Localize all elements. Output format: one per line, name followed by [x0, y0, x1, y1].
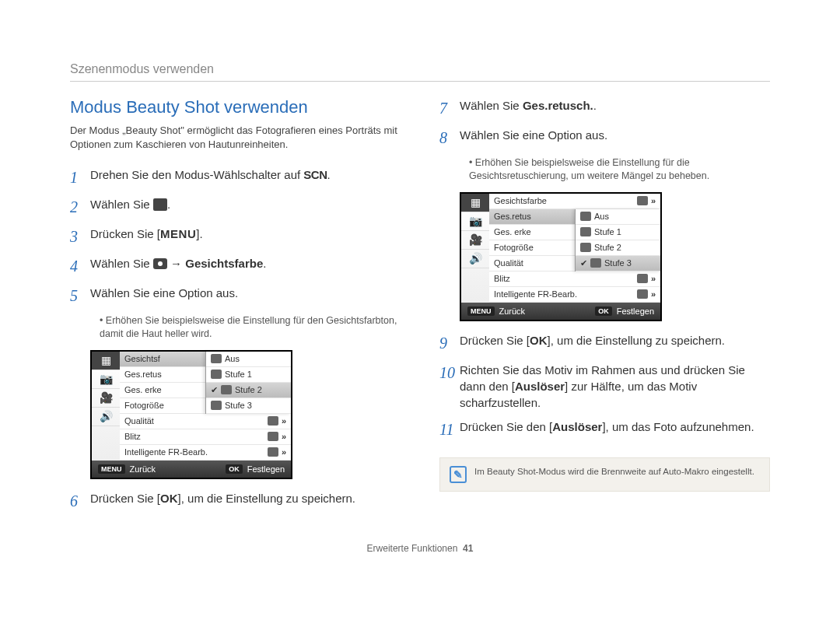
step-number-1: 1: [70, 166, 90, 188]
menu-row: Blitz»: [489, 271, 660, 287]
menu-key-back-icon: MENU: [98, 464, 125, 474]
section-heading: Modus Beauty Shot verwenden: [70, 97, 401, 117]
menu-key-back-icon: MENU: [467, 306, 495, 316]
step-2-text: Wählen Sie .: [90, 196, 401, 218]
step-11-text: Drücken Sie den [Auslöser], um das Foto …: [460, 419, 770, 440]
camera-icon: [153, 258, 167, 269]
menu-footer-back: Zurück: [130, 464, 156, 474]
menu-footer-set: Festlegen: [617, 306, 654, 316]
step-3-text: Drücken Sie [MENU].: [90, 226, 401, 247]
step-10-text: Richten Sie das Motiv im Rahmen aus und …: [460, 362, 770, 411]
beauty-mode-icon: [153, 198, 167, 211]
popup-row: Stufe 3: [206, 398, 291, 414]
menu-footer-set: Festlegen: [247, 464, 285, 474]
page-footer: Erweiterte Funktionen 41: [70, 543, 770, 554]
step-8-text: Wählen Sie eine Option aus.: [460, 127, 770, 149]
menu-tab-sound-icon: 🔊: [461, 250, 489, 268]
step-number-6: 6: [70, 490, 90, 512]
step-1-text: Drehen Sie den Modus-Wählschalter auf SC…: [90, 166, 401, 188]
step-number-9: 9: [439, 332, 460, 354]
menu-row: Intelligente FR-Bearb.»: [489, 287, 660, 303]
popup-row: Aus: [576, 209, 660, 225]
menu-tab-video-icon: 🎥: [92, 389, 120, 408]
step-number-4: 4: [70, 255, 90, 277]
menu-tab-camera-icon: 📷: [92, 370, 120, 389]
step-number-8: 8: [439, 127, 460, 149]
menu-tab-sound-icon: 🔊: [92, 408, 120, 426]
step-5-sub: Erhöhen Sie beispielsweise die Einstellu…: [100, 314, 401, 341]
menu-popup: Aus Stufe 1 ✔ Stufe 2 Stufe 3: [205, 352, 291, 414]
step-number-2: 2: [70, 196, 90, 218]
step-number-11: 11: [439, 419, 460, 440]
note-box: ✎ Im Beauty Shot-Modus wird die Brennwei…: [439, 457, 770, 492]
camera-menu-screenshot-1: ▦ 📷 🎥 🔊 Gesichtsf▸ Ges.retus Ges. erke F…: [90, 350, 292, 479]
menu-row: Blitz»: [120, 429, 291, 445]
step-4-text: Wählen Sie → Gesichtsfarbe.: [90, 255, 401, 277]
popup-row: Stufe 2: [576, 240, 660, 256]
popup-row-selected: ✔ Stufe 3: [576, 256, 660, 271]
step-5-text: Wählen Sie eine Option aus.: [90, 285, 401, 306]
note-text: Im Beauty Shot-Modus wird die Brennweite…: [474, 466, 754, 478]
menu-row: Gesichtsfarbe»: [489, 194, 660, 209]
menu-tab-video-icon: 🎥: [461, 231, 489, 250]
menu-popup: Aus Stufe 1 Stufe 2 ✔ Stufe 3: [575, 209, 660, 271]
menu-key-ok-icon: OK: [595, 306, 612, 316]
popup-row: Stufe 1: [206, 367, 291, 383]
menu-key-ok-icon: OK: [226, 464, 243, 474]
step-number-3: 3: [70, 226, 90, 247]
right-column: 7 Wählen Sie Ges.retusch.. 8 Wählen Sie …: [439, 97, 770, 520]
scn-mode-icon: SCN: [303, 166, 327, 183]
menu-button-icon: MENU: [160, 226, 196, 242]
left-column: Modus Beauty Shot verwenden Der Modus „B…: [70, 97, 401, 520]
step-number-7: 7: [439, 97, 460, 119]
step-6-text: Drücken Sie [OK], um die Einstellung zu …: [90, 490, 401, 512]
intro-text: Der Modus „Beauty Shot" ermöglicht das F…: [70, 124, 401, 151]
popup-row: Stufe 1: [576, 225, 660, 240]
camera-menu-screenshot-2: ▦ 📷 🎥 🔊 Gesichtsfarbe» Ges.retus▸ Ges. e…: [460, 192, 662, 321]
ok-button-icon: OK: [530, 332, 548, 349]
step-number-5: 5: [70, 285, 90, 306]
step-8-sub: Erhöhen Sie beispielsweise die Einstellu…: [469, 156, 770, 183]
popup-row-selected: ✔ Stufe 2: [206, 383, 291, 398]
step-9-text: Drücken Sie [OK], um die Einstellung zu …: [460, 332, 770, 354]
menu-tab-scene-icon: ▦: [92, 352, 120, 370]
step-7-text: Wählen Sie Ges.retusch..: [460, 97, 770, 119]
breadcrumb: Szenenmodus verwenden: [70, 62, 770, 82]
popup-row: Aus: [206, 352, 291, 367]
menu-tab-camera-icon: 📷: [461, 212, 489, 231]
menu-row: Qualität»: [120, 414, 291, 429]
menu-row: Intelligente FR-Bearb.»: [120, 445, 291, 461]
menu-tab-scene-icon: ▦: [461, 194, 489, 212]
ok-button-icon: OK: [160, 490, 178, 506]
step-number-10: 10: [439, 362, 460, 411]
menu-footer-back: Zurück: [499, 306, 526, 316]
page-number: 41: [463, 543, 473, 554]
info-icon: ✎: [450, 466, 467, 483]
